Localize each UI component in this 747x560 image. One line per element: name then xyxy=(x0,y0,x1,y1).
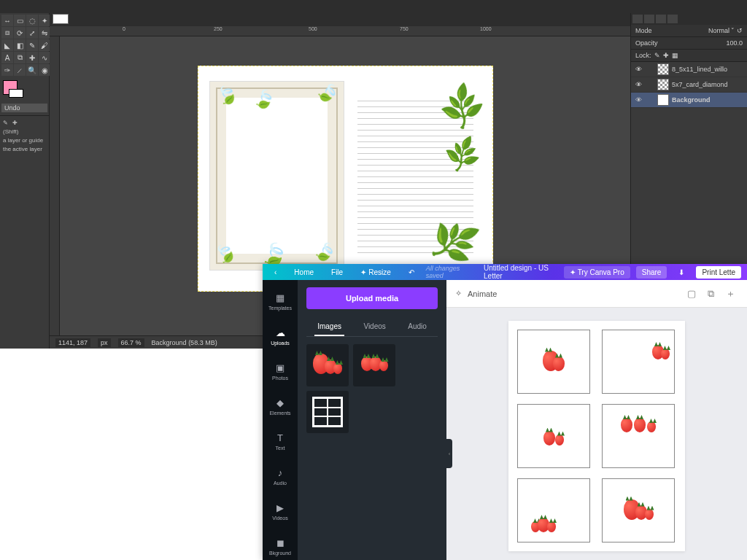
grid-cell[interactable] xyxy=(602,404,675,468)
layer-opacity-row[interactable]: Opacity 100.0 xyxy=(631,37,747,50)
grid-cell[interactable] xyxy=(602,330,675,394)
ruler-vertical[interactable] xyxy=(50,36,60,335)
tool-heal[interactable]: ✚ xyxy=(26,52,38,63)
print-button[interactable]: Print Lette xyxy=(696,266,741,279)
document-tabs[interactable] xyxy=(50,13,630,26)
bg-color[interactable] xyxy=(9,89,23,98)
rail-item-uploads[interactable]: ☁Uploads xyxy=(263,319,298,353)
grid-cell[interactable] xyxy=(517,330,590,394)
opacity-value[interactable]: 100.0 xyxy=(726,39,743,47)
rail-item-audio[interactable]: ♪Audio xyxy=(263,459,298,493)
grid-cell[interactable] xyxy=(517,404,590,468)
upload-item[interactable] xyxy=(306,344,349,386)
back-button[interactable]: ‹ xyxy=(268,266,282,279)
rail-item-videos[interactable]: ▶Videos xyxy=(263,494,298,528)
rail-item-bkground[interactable]: ◼Bkground xyxy=(263,529,298,560)
rail-item-photos[interactable]: ▣Photos xyxy=(263,354,298,388)
grid-cell[interactable] xyxy=(602,478,675,542)
try-pro-button[interactable]: ✦ Try Canva Pro xyxy=(564,266,630,279)
layer-thumb[interactable] xyxy=(657,94,669,106)
animate-icon[interactable]: ✧ xyxy=(455,289,462,298)
mode-value[interactable]: Normal xyxy=(708,27,729,34)
upload-media-button[interactable]: Upload media xyxy=(306,287,438,309)
panel-collapse-handle[interactable]: ‹ xyxy=(446,439,452,468)
upload-item[interactable] xyxy=(353,344,395,386)
link-icon[interactable] xyxy=(646,96,654,104)
rail-item-elements[interactable]: ◆Elements xyxy=(263,389,298,423)
dock-tab[interactable] xyxy=(667,15,678,23)
layer-item[interactable]: 👁 Background xyxy=(631,93,747,108)
upload-item[interactable] xyxy=(306,391,349,433)
panel-tab-videos[interactable]: Videos xyxy=(360,318,388,336)
lined-paper-design[interactable]: 🌿 🌿 🌿 xyxy=(352,81,479,271)
layer-item[interactable]: 👁 8_5x11_lined_willo xyxy=(631,62,747,77)
layer-item[interactable]: 👁 5x7_card_diamond xyxy=(631,77,747,93)
design-page[interactable] xyxy=(508,321,685,551)
tool-path[interactable]: ✑ xyxy=(1,64,13,76)
rail-item-text[interactable]: TText xyxy=(263,424,298,458)
link-icon[interactable] xyxy=(646,65,654,74)
status-unit[interactable]: px xyxy=(98,338,111,347)
tool-gradient[interactable]: ◧ xyxy=(14,39,26,51)
status-zoom[interactable]: 66.7 % xyxy=(118,338,144,347)
panel-tab-images[interactable]: Images xyxy=(314,318,344,336)
tool-move[interactable]: ↔ xyxy=(1,15,13,26)
doc-thumb[interactable] xyxy=(53,14,69,24)
tool-clone[interactable]: ⧉ xyxy=(14,52,26,63)
legend-icon-2[interactable]: ✚ xyxy=(12,120,18,126)
tool-rect-select[interactable]: ▭ xyxy=(14,15,26,26)
tool-smudge[interactable]: ∿ xyxy=(39,52,50,63)
rail-label: Audio xyxy=(274,481,287,486)
canvas-viewport[interactable] xyxy=(446,308,747,560)
tool-fuzzy-select[interactable]: ✦ xyxy=(39,15,50,26)
lock-pixel-icon[interactable]: ✎ xyxy=(654,52,660,59)
link-icon[interactable] xyxy=(646,80,654,89)
visibility-icon[interactable]: 👁 xyxy=(634,65,643,74)
tool-text[interactable]: A xyxy=(1,52,13,63)
tool-free-select[interactable]: ◌ xyxy=(26,15,38,26)
layer-mode-row[interactable]: Mode Normal ˅ ↺ xyxy=(631,25,747,37)
visibility-icon[interactable]: 👁 xyxy=(634,96,643,104)
file-menu[interactable]: File xyxy=(325,266,349,279)
artboard[interactable]: 🍃 🍃 🍃 🍃 🍃 🍃 🌿 🌿 🌿 xyxy=(198,66,493,292)
rail-item-templates[interactable]: ▦Templates xyxy=(263,284,298,318)
tool-flip[interactable]: ⇋ xyxy=(39,27,50,39)
dock-tab[interactable] xyxy=(656,15,666,23)
color-swatches[interactable] xyxy=(0,77,49,101)
share-button[interactable]: Share xyxy=(636,266,667,279)
layer-lock-row[interactable]: Lock: ✎ ✚ ▦ xyxy=(631,50,747,62)
home-button[interactable]: Home xyxy=(288,266,320,279)
tool-rotate[interactable]: ⟳ xyxy=(14,27,26,39)
tool-scale[interactable]: ⤢ xyxy=(26,27,38,39)
layer-thumb[interactable] xyxy=(657,63,669,75)
dock-tab[interactable] xyxy=(644,15,654,23)
undo-button[interactable]: Undo xyxy=(1,104,47,112)
lock-alpha-icon[interactable]: ▦ xyxy=(672,52,678,59)
notes-icon[interactable]: ▢ xyxy=(684,285,699,302)
grid-cell[interactable] xyxy=(517,478,590,542)
gimp-menubar[interactable] xyxy=(0,0,747,13)
dock-tab[interactable] xyxy=(632,15,643,23)
legend-icon[interactable]: ✎ xyxy=(3,120,8,126)
undo-icon[interactable]: ↶ xyxy=(403,266,420,279)
tool-color-picker[interactable]: ◉ xyxy=(39,64,50,76)
visibility-icon[interactable]: 👁 xyxy=(634,80,643,89)
add-page-icon[interactable]: ＋ xyxy=(723,284,738,303)
animate-button[interactable]: Animate xyxy=(468,289,497,298)
tool-measure[interactable]: ⟋ xyxy=(14,64,26,76)
layer-thumb[interactable] xyxy=(657,79,669,90)
panel-tab-audio[interactable]: Audio xyxy=(405,318,430,336)
lock-position-icon[interactable]: ✚ xyxy=(663,52,669,59)
tool-crop[interactable]: ⧈ xyxy=(1,27,13,39)
design-title[interactable]: Untitled design - US Letter xyxy=(484,264,558,280)
download-button[interactable]: ⬇ xyxy=(673,266,690,279)
resize-button[interactable]: ✦ Resize xyxy=(355,266,397,279)
tool-bucket[interactable]: ◣ xyxy=(1,39,13,51)
tool-brush[interactable]: 🖌 xyxy=(39,39,50,51)
tool-pencil[interactable]: ✎ xyxy=(26,39,38,51)
tool-zoom[interactable]: 🔍 xyxy=(26,64,38,76)
ruler-horizontal[interactable]: 0 250 500 750 1000 xyxy=(50,26,630,36)
dock-tabs[interactable] xyxy=(631,13,747,25)
duplicate-page-icon[interactable]: ⧉ xyxy=(705,285,717,303)
card-design[interactable]: 🍃 🍃 🍃 🍃 🍃 🍃 xyxy=(209,81,344,271)
